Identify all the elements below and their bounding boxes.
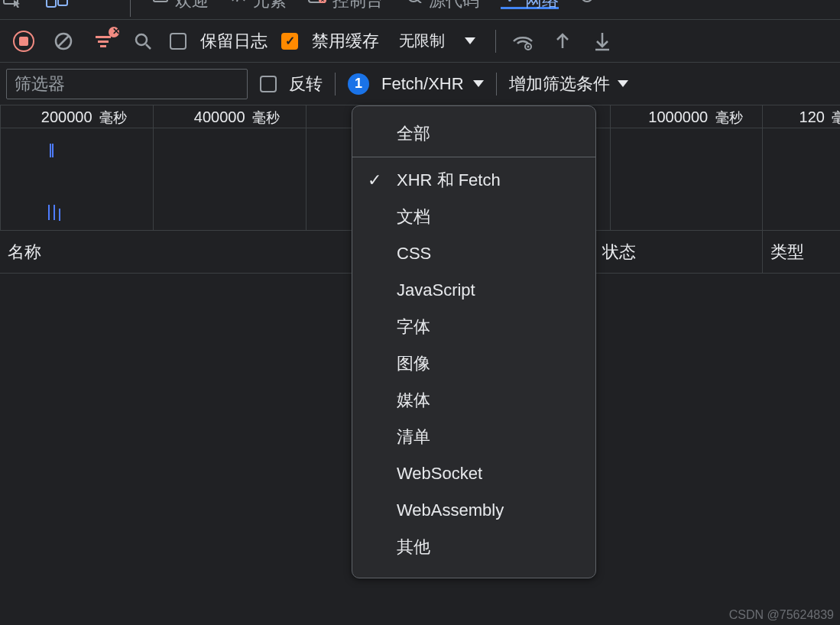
svg-point-12 (582, 0, 592, 2)
gridline (610, 105, 611, 230)
gridline (153, 105, 154, 230)
svg-rect-15 (98, 40, 109, 43)
svg-rect-2 (58, 0, 67, 5)
request-mark (59, 209, 60, 221)
console-icon (308, 0, 326, 3)
dropdown-item-all[interactable]: 全部 (352, 115, 595, 152)
network-toolbar: ✕ 保留日志 禁用缓存 无限制 (0, 20, 840, 63)
svg-rect-16 (100, 45, 106, 47)
request-mark (54, 205, 55, 220)
request-type-dropdown: 全部 XHR 和 Fetch文档CSSJavaScript字体图像媒体清单Web… (352, 105, 596, 578)
tab-label: 元素 (253, 0, 287, 12)
invert-checkbox[interactable] (260, 76, 277, 92)
clear-button[interactable] (50, 28, 76, 54)
wifi-gear-icon (512, 32, 534, 50)
timeline-tick: 400000 毫秒 (194, 108, 280, 127)
column-status[interactable]: 状态 (595, 231, 763, 273)
panel-tabstrip: 欢迎 元素 控制台 源代码 网络 (0, 0, 840, 20)
network-conditions-button[interactable] (510, 28, 536, 54)
svg-rect-6 (154, 0, 167, 2)
disable-cache-label: 禁用缓存 (312, 30, 379, 53)
upload-icon (554, 31, 571, 51)
kebab-icon (90, 0, 109, 2)
tab-more-left[interactable] (90, 0, 109, 12)
tab-device-toggle[interactable] (46, 0, 69, 12)
svg-point-19 (527, 45, 530, 47)
invert-label: 反转 (289, 73, 323, 96)
tab-icon-left1[interactable] (3, 0, 24, 12)
download-icon (594, 31, 611, 51)
tab-cut-right[interactable] (580, 0, 594, 9)
tab-label: 源代码 (429, 0, 479, 12)
search-icon (133, 31, 153, 51)
chevron-down-icon (473, 80, 484, 87)
filter-input[interactable] (6, 69, 248, 99)
dropdown-item[interactable]: 字体 (352, 309, 595, 345)
filter-bar: 反转 1 Fetch/XHR 增加筛选条件 (0, 63, 840, 105)
request-mark (48, 205, 50, 220)
tab-sources[interactable]: 源代码 (404, 0, 479, 9)
chevron-down-icon (618, 80, 628, 87)
watermark: CSDN @75624839 (729, 608, 834, 622)
more-filters-label: 增加筛选条件 (509, 73, 610, 96)
tab-elements[interactable]: 元素 (230, 0, 287, 9)
export-har-button[interactable] (550, 28, 576, 54)
dropdown-item[interactable]: XHR 和 Fetch (352, 162, 595, 199)
dropdown-item[interactable]: WebAssembly (352, 492, 595, 529)
gridline (0, 105, 1, 230)
elements-icon (230, 0, 247, 3)
timeline-tick: 200000 毫秒 (41, 108, 127, 127)
tab-label: 欢迎 (175, 0, 209, 12)
type-filter-dropdown[interactable]: Fetch/XHR (381, 74, 484, 94)
chevron-down-icon (465, 37, 475, 44)
tab-console[interactable]: 控制台 (308, 0, 383, 9)
throttling-value: 无限制 (399, 31, 445, 51)
gridline (306, 105, 306, 230)
device-icon (46, 0, 69, 8)
dropdown-item[interactable]: 媒体 (352, 382, 595, 419)
network-icon (501, 0, 519, 3)
gridline (762, 105, 763, 230)
record-button[interactable] (11, 28, 37, 54)
inspect-icon (3, 0, 24, 8)
request-mark (50, 144, 51, 157)
svg-rect-1 (47, 0, 56, 7)
tab-network[interactable]: 网络 (501, 0, 559, 9)
perf-icon (580, 0, 594, 3)
dropdown-item[interactable]: JavaScript (352, 272, 595, 309)
separator (495, 30, 496, 53)
dropdown-item[interactable]: WebSocket (352, 455, 595, 492)
separator (496, 73, 497, 96)
tab-label: 网络 (525, 0, 559, 12)
dropdown-item[interactable]: CSS (352, 235, 595, 272)
search-button[interactable] (130, 28, 156, 54)
filter-toggle-button[interactable]: ✕ (90, 28, 116, 54)
preserve-log-checkbox[interactable] (170, 33, 186, 50)
tab-welcome[interactable]: 欢迎 (152, 0, 209, 9)
request-mark (52, 144, 54, 157)
disable-cache-checkbox[interactable] (281, 33, 298, 50)
timeline-tick: 120 毫秒 (799, 108, 840, 127)
dropdown-item[interactable]: 图像 (352, 345, 595, 382)
dropdown-item[interactable]: 其他 (352, 529, 595, 565)
svg-rect-14 (96, 36, 111, 38)
more-filters-dropdown[interactable]: 增加筛选条件 (509, 73, 628, 96)
timeline-tick: 1000000 毫秒 (648, 108, 742, 127)
separator (352, 157, 595, 157)
dropdown-item[interactable]: 文档 (352, 199, 595, 235)
separator (335, 73, 336, 96)
svg-point-17 (136, 34, 147, 45)
sources-icon (404, 0, 423, 3)
welcome-icon (152, 0, 169, 3)
dropdown-item[interactable]: 清单 (352, 419, 595, 455)
type-filter-label: Fetch/XHR (381, 74, 464, 94)
preserve-log-label: 保留日志 (200, 30, 268, 53)
throttling-select[interactable]: 无限制 (393, 31, 482, 51)
column-type[interactable]: 类型 (763, 231, 840, 273)
tab-label: 控制台 (332, 0, 383, 12)
separator (130, 0, 131, 17)
import-har-button[interactable] (589, 28, 615, 54)
svg-point-11 (508, 0, 511, 2)
type-filter-count: 1 (348, 73, 369, 95)
